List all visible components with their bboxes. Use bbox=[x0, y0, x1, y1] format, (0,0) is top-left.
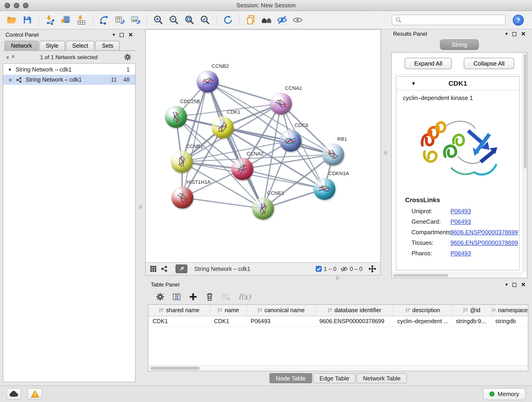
float-panel-icon[interactable] bbox=[512, 283, 516, 287]
close-panel-icon[interactable]: ✕ bbox=[128, 32, 133, 38]
network-node-ccna1[interactable] bbox=[270, 93, 292, 115]
function-builder-button[interactable]: f(x) bbox=[238, 293, 251, 301]
pan-mode-button[interactable] bbox=[368, 265, 376, 273]
network-node-ccnb1[interactable] bbox=[171, 151, 193, 173]
results-horizontal-scrollbar[interactable] bbox=[392, 273, 522, 278]
network-node-ccna2[interactable] bbox=[231, 158, 253, 180]
show-all-button[interactable] bbox=[291, 13, 305, 27]
cloud-status-button[interactable] bbox=[6, 388, 21, 400]
column-header[interactable]: name bbox=[210, 305, 247, 316]
cell-shared-name[interactable]: CDK1 bbox=[148, 316, 210, 326]
table-row[interactable]: CDK1 CDK1 P06493 9606.ENSP00000378699 cy… bbox=[148, 316, 528, 326]
collapse-all-button[interactable]: Collapse All bbox=[464, 58, 514, 69]
float-panel-icon[interactable] bbox=[120, 33, 124, 37]
cell-canonical-name[interactable]: P06493 bbox=[247, 316, 315, 326]
column-header[interactable]: description bbox=[393, 305, 452, 316]
network-edge[interactable] bbox=[208, 82, 281, 104]
duplicate-document-button[interactable] bbox=[244, 13, 258, 27]
column-header[interactable]: shared name bbox=[148, 305, 210, 316]
horizontal-splitter-handle[interactable] bbox=[336, 276, 339, 280]
zoom-out-button[interactable] bbox=[167, 13, 181, 27]
grid-view-button[interactable] bbox=[150, 265, 157, 272]
expand-all-icon[interactable]: » bbox=[9, 56, 16, 58]
panel-menu-icon[interactable]: ▾ bbox=[505, 32, 508, 36]
import-table-file-button[interactable] bbox=[74, 13, 89, 27]
expand-all-button[interactable]: Expand All bbox=[405, 58, 452, 69]
crosslink-genecard-link[interactable]: P06493 bbox=[450, 216, 471, 227]
table-horizontal-scrollbar[interactable] bbox=[148, 365, 528, 371]
cell-name[interactable]: CDK1 bbox=[210, 316, 247, 326]
panel-menu-icon[interactable]: ▾ bbox=[505, 282, 508, 287]
close-panel-icon[interactable]: ✕ bbox=[521, 31, 526, 37]
tab-style[interactable]: Style bbox=[39, 41, 65, 51]
cell-id[interactable]: stringdb:9... bbox=[452, 316, 491, 326]
export-table-button[interactable] bbox=[113, 13, 127, 27]
new-network-from-selection-button[interactable] bbox=[97, 13, 111, 27]
crosslink-pharos-link[interactable]: P06493 bbox=[450, 248, 471, 259]
tab-node-table[interactable]: Node Table bbox=[269, 373, 312, 383]
zoom-in-button[interactable] bbox=[151, 13, 165, 27]
crosslink-compartments-link[interactable]: 9606.ENSP00000378699 bbox=[450, 227, 518, 237]
export-image-button[interactable] bbox=[128, 13, 143, 27]
crosslink-tissues-link[interactable]: 9606.ENSP00000378699 bbox=[450, 237, 518, 248]
create-column-button[interactable] bbox=[189, 293, 197, 301]
results-vertical-scrollbar[interactable] bbox=[522, 53, 527, 273]
column-header[interactable]: @id bbox=[452, 305, 491, 316]
search-box[interactable] bbox=[392, 15, 505, 25]
delete-table-button[interactable] bbox=[222, 293, 230, 301]
left-splitter-handle[interactable] bbox=[139, 205, 142, 209]
cell-database-identifier[interactable]: 9606.ENSP00000378699 bbox=[315, 316, 393, 326]
home-networks-button[interactable] bbox=[259, 13, 273, 27]
float-panel-icon[interactable] bbox=[512, 32, 516, 36]
network-node-rb1[interactable] bbox=[322, 143, 344, 166]
close-panel-icon[interactable]: ✕ bbox=[521, 282, 526, 287]
scrollbar-thumb[interactable] bbox=[393, 274, 448, 277]
network-canvas[interactable]: CCNB2CCNA1CDC25BCDK1CDC6RB1CCNB1CCNA2CDK… bbox=[146, 30, 380, 262]
gene-section-header[interactable]: ▼ CDK1 bbox=[396, 77, 519, 90]
tab-string[interactable]: String bbox=[440, 39, 479, 50]
help-button[interactable]: ? bbox=[513, 14, 524, 26]
network-node-cdkn1a[interactable] bbox=[313, 178, 336, 200]
scrollbar-thumb[interactable] bbox=[150, 367, 200, 370]
tab-edge-table[interactable]: Edge Table bbox=[313, 373, 356, 383]
network-node-cdc6[interactable] bbox=[279, 130, 302, 152]
show-columns-button[interactable] bbox=[172, 293, 181, 301]
refresh-button[interactable] bbox=[221, 13, 235, 27]
search-input[interactable] bbox=[404, 17, 502, 23]
birds-eye-view-button[interactable] bbox=[176, 264, 187, 273]
collapse-section-icon[interactable]: ▼ bbox=[411, 80, 416, 86]
zoom-fit-button[interactable] bbox=[182, 13, 196, 27]
tab-sets[interactable]: Sets bbox=[95, 41, 120, 51]
cell-description[interactable]: cyclin–dependent ... bbox=[393, 316, 452, 326]
disclosure-triangle-icon[interactable]: ▼ bbox=[8, 67, 12, 72]
network-collection-row[interactable]: ▼ String Network – cdk1 1 bbox=[3, 65, 135, 75]
tab-network-table[interactable]: Network Table bbox=[356, 373, 407, 383]
delete-column-button[interactable] bbox=[205, 293, 214, 301]
right-splitter-handle[interactable] bbox=[384, 151, 387, 154]
network-view-mode-button[interactable] bbox=[161, 265, 168, 272]
network-node-hist1h1a[interactable] bbox=[171, 186, 193, 209]
network-node-cdc25b[interactable] bbox=[165, 106, 187, 128]
import-network-file-button[interactable] bbox=[43, 13, 57, 27]
network-edge[interactable] bbox=[182, 198, 263, 209]
column-header[interactable]: canonical name bbox=[247, 305, 315, 316]
network-node-ccnb2[interactable] bbox=[196, 70, 219, 93]
checkbox-icon[interactable] bbox=[316, 266, 322, 272]
zoom-selected-button[interactable] bbox=[198, 13, 212, 27]
scrollbar-thumb[interactable] bbox=[524, 54, 526, 169]
network-row[interactable]: String Network – cdk1 11 48 bbox=[3, 75, 135, 85]
memory-button[interactable]: Memory bbox=[483, 388, 526, 400]
panel-menu-icon[interactable]: ▾ bbox=[113, 32, 115, 37]
hide-selected-button[interactable] bbox=[275, 13, 289, 27]
crosslink-uniprot-link[interactable]: P06493 bbox=[450, 206, 471, 216]
table-options-button[interactable] bbox=[156, 293, 165, 301]
column-header[interactable]: database identifier bbox=[315, 305, 393, 316]
save-session-button[interactable] bbox=[20, 13, 34, 27]
hidden-eye-slash-icon[interactable] bbox=[341, 266, 348, 272]
import-network-database-button[interactable] bbox=[59, 13, 73, 27]
tab-select[interactable]: Select bbox=[66, 41, 95, 51]
network-options-gear-button[interactable] bbox=[124, 53, 132, 61]
tab-network[interactable]: Network bbox=[5, 41, 38, 51]
column-header[interactable]: namespace bbox=[491, 305, 528, 316]
open-session-button[interactable] bbox=[5, 13, 19, 27]
